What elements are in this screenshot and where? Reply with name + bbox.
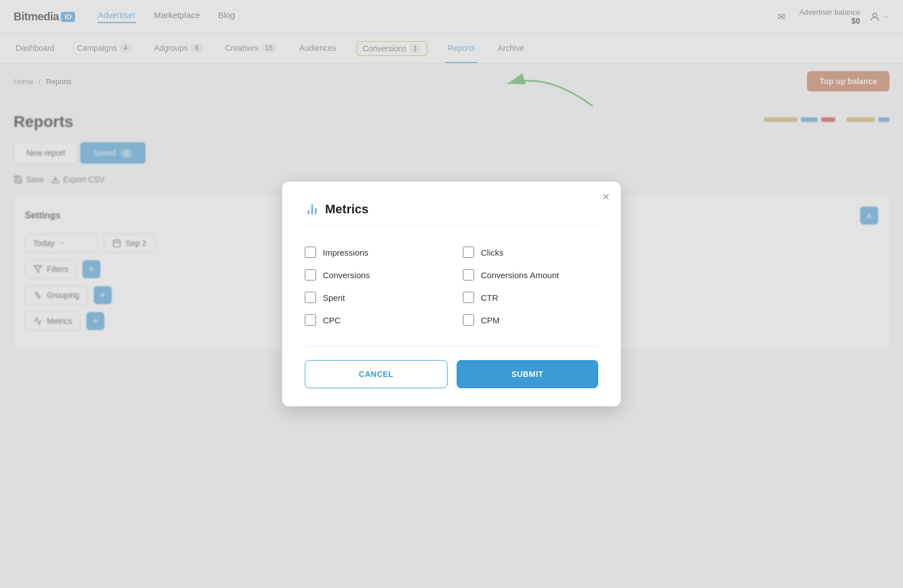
modal-divider <box>305 346 598 346</box>
checkbox-impressions[interactable] <box>305 247 316 258</box>
metric-ctr[interactable]: CTR <box>463 292 598 303</box>
submit-button[interactable]: SUBMIT <box>457 360 598 362</box>
metric-cpc[interactable]: CPC <box>305 314 440 326</box>
modal-close-button[interactable]: × <box>602 191 610 203</box>
metrics-checkboxes: Impressions Clicks Conversions Conversio… <box>305 238 598 335</box>
metrics-modal: × Metrics Impressions Clicks Conversions <box>282 182 621 362</box>
metric-spent[interactable]: Spent <box>305 292 440 303</box>
metric-conversions-amount[interactable]: Conversions Amount <box>463 269 598 280</box>
checkbox-conversions[interactable] <box>305 269 316 280</box>
checkbox-conversions-amount[interactable] <box>463 269 474 280</box>
modal-overlay: × Metrics Impressions Clicks Conversions <box>0 0 903 362</box>
metric-clicks[interactable]: Clicks <box>463 247 598 258</box>
modal-actions: CANCEL SUBMIT <box>305 360 598 362</box>
checkbox-spent[interactable] <box>305 292 316 303</box>
checkbox-ctr[interactable] <box>463 292 474 303</box>
metric-cpm[interactable]: CPM <box>463 314 598 326</box>
metric-conversions[interactable]: Conversions <box>305 269 440 280</box>
checkbox-clicks[interactable] <box>463 247 474 258</box>
modal-header: Metrics <box>305 202 598 226</box>
modal-metrics-icon <box>305 202 319 217</box>
checkbox-cpm[interactable] <box>463 314 474 326</box>
metric-impressions[interactable]: Impressions <box>305 247 440 258</box>
modal-title: Metrics <box>325 202 369 217</box>
checkbox-cpc[interactable] <box>305 314 316 326</box>
cancel-button[interactable]: CANCEL <box>305 360 448 362</box>
